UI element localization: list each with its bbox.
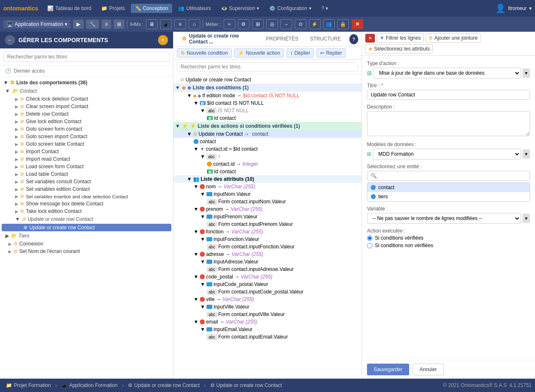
nav-supervision[interactable]: 👁️ Supervision ▾ bbox=[217, 4, 264, 13]
item-clear-screen[interactable]: ▶ ⚙ Clear screen import Contact bbox=[0, 103, 173, 110]
item-connexion[interactable]: ▶ ⚙ Connexion bbox=[0, 240, 173, 248]
description-textarea[interactable] bbox=[367, 111, 530, 136]
tab-update-create[interactable]: ⚙ Update or create row Contact ... bbox=[177, 32, 259, 48]
radio-conditions-non-verifiees[interactable]: Si conditions non vérifiées bbox=[367, 243, 530, 248]
center-search-input[interactable] bbox=[177, 62, 358, 71]
new-action-btn[interactable]: ⚡ Nouvelle action bbox=[234, 48, 284, 58]
item-import[interactable]: ▶ ⚙ Import Contact bbox=[0, 148, 173, 155]
input-nom[interactable]: ▼ inputNom.Valeur bbox=[173, 190, 362, 198]
ihm-list[interactable]: ≡ bbox=[174, 19, 186, 29]
conditions-section[interactable]: ▼ ◆ ◆ Liste des conditions (1) bbox=[173, 83, 362, 92]
attr-prenom[interactable]: ▼ prenom → VarChar (255) bbox=[173, 205, 362, 213]
form-adresse[interactable]: abc Form contact.inputAdresse.Valeur bbox=[173, 266, 362, 273]
breadcrumb-projet[interactable]: 📁 Projet Formation bbox=[3, 382, 54, 389]
new-condition-btn[interactable]: ⚙ Nouvelle condition bbox=[177, 48, 232, 58]
nav-tableau-de-bord[interactable]: 📊 Tableau de bord bbox=[43, 4, 95, 13]
attributes-section[interactable]: ▼ 👥 Liste des attributs (10) bbox=[173, 175, 362, 183]
form-prenom[interactable]: abc Form contact.inputPrenom.Valeur bbox=[173, 220, 362, 228]
ihm-monitor[interactable]: 🖥 bbox=[146, 19, 158, 29]
metier-1[interactable]: ≈ bbox=[224, 19, 235, 29]
actions-section[interactable]: ▼ ⚡ ⚡ Liste des actions si conditions vé… bbox=[173, 122, 362, 130]
action-type-dropdown-btn[interactable]: ▾ bbox=[522, 68, 530, 78]
folder-tiers[interactable]: ▶ 📁 Tiers bbox=[0, 232, 173, 240]
attr-ville[interactable]: ▼ ville → VarChar (255) bbox=[173, 296, 362, 303]
unfold-btn[interactable]: ↕ Déplier bbox=[286, 48, 314, 58]
nav-utilisateurs[interactable]: 👥 Utilisateurs bbox=[174, 4, 215, 13]
item-check-lock[interactable]: ▶ ⚙ Check lock deletion Contact bbox=[0, 95, 173, 103]
help-center-btn[interactable]: ? bbox=[349, 34, 358, 44]
user-menu[interactable]: 👤 ltromeur ▾ bbox=[495, 3, 532, 13]
item-set-insertion[interactable]: ▶ ⚙ Set variables insertion and clear se… bbox=[0, 193, 173, 200]
add-join-btn[interactable]: ⚙ Ajouter une jointure bbox=[425, 33, 481, 43]
input-fonction[interactable]: ▼ inputFonction.Valeur bbox=[173, 235, 362, 243]
attr-adresse[interactable]: ▼ adresse → VarChar (255) bbox=[173, 250, 362, 258]
breadcrumb-update1[interactable]: ⚙ Update or create row Contact bbox=[125, 382, 202, 389]
model-dropdown-btn[interactable]: ▾ bbox=[522, 149, 530, 159]
input-prenom[interactable]: ▼ inputPrenom.Valeur bbox=[173, 213, 362, 220]
metier-2[interactable]: ⚙ bbox=[238, 19, 250, 29]
item-update-or-create-active[interactable]: ⚙ Update or create row Contact bbox=[2, 224, 171, 231]
folder-contact[interactable]: ▼ 📁 Contact bbox=[0, 87, 173, 95]
ihm-special[interactable]: ⌂ bbox=[189, 19, 200, 29]
input-code-postal[interactable]: ▼ inputCode_postal.Valeur bbox=[173, 281, 362, 288]
form-ville[interactable]: abc Form contact.inputVille.Valeur bbox=[173, 311, 362, 318]
metier-4[interactable]: ◎ bbox=[266, 19, 278, 29]
filter-row[interactable]: ▼ ▼ contact.id = $Id contact bbox=[173, 145, 362, 153]
metier-6[interactable]: ⊙ bbox=[295, 19, 306, 29]
input-adresse[interactable]: ▼ inputAdresse.Valeur bbox=[173, 258, 362, 266]
item-import-read[interactable]: ▶ ⚙ Import read Contact bbox=[0, 155, 173, 163]
back-button[interactable]: ← bbox=[5, 35, 15, 45]
item-give-lock[interactable]: ▶ ⚙ Give lock edition Contact bbox=[0, 118, 173, 125]
item-set-consult[interactable]: ▶ ⚙ Set variables consult Contact bbox=[0, 178, 173, 185]
app-selector[interactable]: 🖥️ Application Formation ▾ bbox=[3, 20, 71, 28]
id-contact-leaf[interactable]: ▦ Id contact bbox=[173, 114, 362, 122]
metier-3[interactable]: ⊞ bbox=[252, 19, 264, 29]
run-btn[interactable]: ▶ bbox=[73, 20, 84, 29]
left-search-input[interactable] bbox=[3, 52, 170, 62]
entity-search-input[interactable] bbox=[379, 173, 526, 179]
item-load-table[interactable]: ▶ ⚙ Load table Contact bbox=[0, 170, 173, 178]
reply-btn[interactable]: ↩ Replier bbox=[316, 48, 346, 58]
variable-select[interactable]: -- Ne pas sauver le nombre de lignes mod… bbox=[367, 213, 521, 224]
metier-8[interactable]: 👥 bbox=[323, 19, 335, 29]
metier-9[interactable]: 🔒 bbox=[337, 19, 349, 29]
form-fonction[interactable]: abc Form contact.inputFonction.Valeur bbox=[173, 243, 362, 250]
nav-configuration[interactable]: ⚙️ Configuration ▾ bbox=[265, 4, 315, 13]
model-select[interactable]: MDD Formation bbox=[373, 149, 521, 159]
root-item[interactable]: ⚙ Update or create row Contact bbox=[173, 76, 362, 83]
entity-tiers[interactable]: tiers bbox=[367, 192, 530, 201]
grid-btn[interactable]: ⊞ bbox=[114, 20, 125, 29]
cancel-button[interactable]: Annuler bbox=[413, 364, 444, 375]
title-input[interactable] bbox=[367, 90, 530, 100]
input-email[interactable]: ▼ inputEmail.Valeur bbox=[173, 326, 362, 333]
radio-input[interactable] bbox=[367, 235, 372, 241]
action-type-select[interactable]: Mise à jour de ligne dans une base de do… bbox=[374, 68, 521, 78]
radio-input[interactable] bbox=[367, 243, 372, 248]
metier-7[interactable]: ⚡ bbox=[309, 19, 321, 29]
attr-nom[interactable]: ▼ nom → VarChar (255) bbox=[173, 183, 362, 190]
form-code-postal[interactable]: abc Form contact.inputCode_postal.Valeur bbox=[173, 288, 362, 296]
item-goto-import[interactable]: ▶ ⚙ Goto screen import Contact bbox=[0, 133, 173, 140]
folder-update-create[interactable]: ▼ ⚙ Update or create row Contact bbox=[0, 215, 173, 223]
recent-access[interactable]: 🕐 Dernier accès bbox=[0, 66, 173, 77]
close-btn[interactable]: ✕ bbox=[352, 19, 363, 29]
add-behavior-button[interactable]: + bbox=[158, 35, 168, 45]
tab-structure[interactable]: STRUCTURE bbox=[305, 33, 346, 45]
breadcrumb-app[interactable]: 📱 Application Formation bbox=[59, 382, 120, 389]
attr-email[interactable]: ▼ email → VarChar (255) bbox=[173, 318, 362, 326]
item-goto-form[interactable]: ▶ ⚙ Goto screen form contact bbox=[0, 125, 173, 133]
is-not-null[interactable]: ▼ abc IS NOT NULL bbox=[173, 107, 362, 114]
item-set-nom[interactable]: ▶ ⚙ Set Nom de l'écran courant bbox=[0, 248, 173, 255]
nav-conception[interactable]: ✏️ Conception bbox=[131, 4, 173, 13]
update-row-action[interactable]: ▼ ⚙ Update row Contact → contact bbox=[173, 130, 362, 138]
section-behaviors[interactable]: ▼ ⚙ Liste des comportements (36) bbox=[0, 78, 173, 87]
variable-dropdown-btn[interactable]: ▾ bbox=[522, 214, 530, 223]
ihm-tablet[interactable]: 📱 bbox=[160, 19, 172, 29]
metier-5[interactable]: → bbox=[280, 19, 292, 29]
equals-op[interactable]: ▼ abc = bbox=[173, 153, 362, 160]
attr-fonction[interactable]: ▼ fonction → VarChar (255) bbox=[173, 228, 362, 235]
breadcrumb-update2[interactable]: ⚙ Update or create row Contact bbox=[208, 382, 285, 389]
entity-contact[interactable]: contact bbox=[367, 183, 530, 192]
item-load-form[interactable]: ▶ ⚙ Load screen form Contact bbox=[0, 163, 173, 170]
filter-rows-btn[interactable]: ▼ Filtrer les lignes bbox=[377, 33, 424, 43]
